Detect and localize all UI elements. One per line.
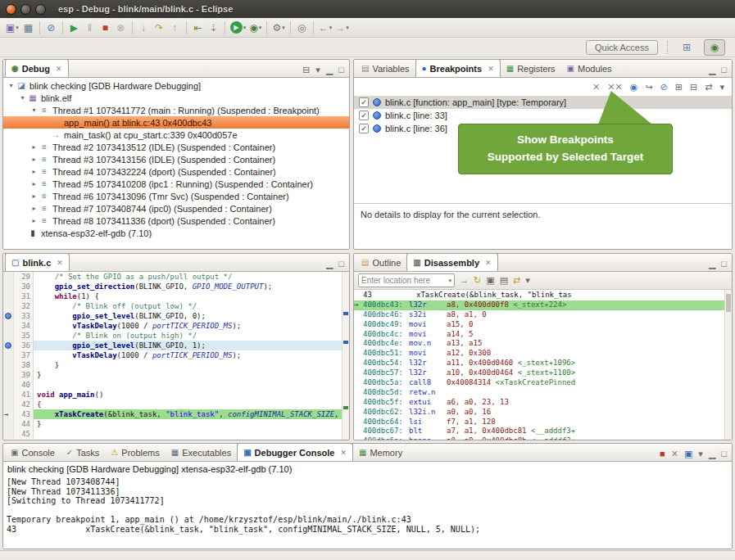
- line-number[interactable]: 31: [14, 291, 34, 301]
- forward-dropdown[interactable]: →▾: [333, 20, 351, 36]
- close-tab-icon[interactable]: ✕: [57, 259, 63, 267]
- editor-marker-gutter[interactable]: [3, 360, 14, 370]
- minimize-icon[interactable]: ▁: [709, 65, 715, 75]
- collapsed-arrow-icon[interactable]: ▸: [29, 156, 39, 163]
- disassembly-instruction[interactable]: 400dbc51:movia12, 0x300: [354, 349, 724, 359]
- maximize-icon[interactable]: □: [338, 65, 344, 75]
- step-into-button[interactable]: ↓: [136, 20, 152, 36]
- code-text[interactable]: [34, 380, 342, 390]
- tab-console[interactable]: ▣Console: [5, 444, 61, 461]
- scrollbar-thumb[interactable]: [726, 294, 731, 312]
- quick-access-button[interactable]: Quick Access: [586, 40, 658, 55]
- tab-modules[interactable]: ▣Modules: [561, 60, 618, 77]
- breakpoint-item[interactable]: ✓blink.c [function: app_main] [type: Tem…: [354, 96, 732, 109]
- console-output[interactable]: blink checking [GDB Hardware Debugging] …: [3, 462, 732, 549]
- collapse-all-icon[interactable]: ⊟: [690, 83, 697, 92]
- goto-pc-icon[interactable]: →: [460, 276, 469, 285]
- editor-marker-gutter[interactable]: [3, 390, 14, 400]
- collapsed-arrow-icon[interactable]: ▸: [29, 168, 39, 175]
- tab-disassembly[interactable]: ▥Disassembly✕: [406, 253, 497, 271]
- disassembly-instruction[interactable]: 400dbc4e:mov.na13, a15: [354, 339, 724, 349]
- drop-to-frame-button[interactable]: ⇤: [190, 20, 206, 36]
- line-number[interactable]: 33: [14, 311, 34, 321]
- goto-file-for-breakpoint-icon[interactable]: ↪: [645, 83, 652, 92]
- editor-marker-gutter[interactable]: [3, 380, 14, 390]
- disassembly-instruction[interactable]: 400dbc64:lsif7, a1, 128: [354, 418, 724, 427]
- disassembly-instruction[interactable]: 400dbc54:l32ra11, 0x400d0460 <_stext+109…: [354, 359, 724, 368]
- disassembly-instruction[interactable]: 400dbc5a:call80x40084314 <xTaskCreatePin…: [354, 378, 724, 388]
- disconnect-button[interactable]: ⊗: [113, 20, 129, 36]
- display-selected-console-icon[interactable]: ▣: [684, 449, 692, 458]
- refresh-icon[interactable]: ↻: [474, 276, 481, 285]
- overview-ruler[interactable]: [342, 272, 349, 440]
- editor-marker-gutter[interactable]: [3, 419, 14, 429]
- editor-marker-gutter[interactable]: →: [3, 409, 14, 419]
- editor-marker-gutter[interactable]: [3, 350, 14, 360]
- print-icon[interactable]: ▤: [500, 276, 508, 285]
- code-text[interactable]: while(1) {: [34, 291, 342, 301]
- instruction-stepping-button[interactable]: ⇣: [206, 20, 221, 36]
- disassembly-listing[interactable]: 43 xTaskCreate(&blink_task, "blink_tas→4…: [354, 290, 724, 440]
- editor-marker-gutter[interactable]: [3, 272, 14, 282]
- code-text[interactable]: }: [34, 419, 342, 429]
- minimize-icon[interactable]: ▁: [709, 449, 715, 458]
- tab-debug[interactable]: ◉Debug✕: [5, 59, 69, 77]
- minimize-icon[interactable]: ▁: [326, 260, 333, 269]
- code-text[interactable]: }: [34, 360, 342, 370]
- open-perspective-icon[interactable]: ⊞: [676, 39, 697, 56]
- tab-problems[interactable]: ⚠Problems: [105, 444, 165, 461]
- open-console-dropdown[interactable]: ▾: [698, 449, 703, 458]
- external-tools-dropdown[interactable]: ⚙▾: [270, 20, 286, 36]
- code-text[interactable]: /* Set the GPIO as a push/pull output */: [34, 272, 342, 282]
- line-number[interactable]: 32: [14, 301, 34, 311]
- disassembly-instruction[interactable]: 400dbc46:s32ia8, a1, 0: [354, 310, 724, 320]
- line-number[interactable]: 38: [14, 360, 34, 370]
- disassembly-instruction[interactable]: 400dbc49:movia15, 0: [354, 320, 724, 330]
- disassembly-instruction[interactable]: 400dbc4c:movia14, 5: [354, 330, 724, 340]
- tab-registers[interactable]: ▦Registers: [501, 60, 561, 77]
- code-text[interactable]: vTaskDelay(1000 / portTICK_PERIOD_MS);: [34, 350, 342, 360]
- collapsed-arrow-icon[interactable]: ▸: [29, 217, 39, 224]
- location-combo-arrow-icon[interactable]: ▾: [448, 278, 451, 284]
- line-number[interactable]: 43: [14, 409, 34, 419]
- tab-memory[interactable]: ▦Memory: [353, 444, 408, 461]
- window-close-button[interactable]: [6, 4, 16, 15]
- tab-blink-c[interactable]: ▢blink.c✕: [5, 253, 70, 271]
- code-editor[interactable]: 29 /* Set the GPIO as a push/pull output…: [3, 272, 342, 440]
- line-number[interactable]: 40: [14, 380, 34, 390]
- disassembly-instruction[interactable]: 400dbc67:blta7, a1, 0x400dbc81 <__adddf3…: [354, 427, 724, 436]
- line-number[interactable]: 37: [14, 350, 34, 360]
- thread-item[interactable]: ▸≡Thread #7 1073408744 (ipc0) (Suspended…: [3, 202, 349, 215]
- remove-breakpoint-icon[interactable]: ✕: [592, 83, 600, 92]
- tab-debugger-console[interactable]: ▣Debugger Console✕: [237, 443, 353, 461]
- annotation-breakpoint-36[interactable]: [343, 341, 348, 344]
- disassembly-instruction[interactable]: 400dbc57:l32ra10, 0x400d0464 <_stext+110…: [354, 368, 724, 378]
- code-text[interactable]: gpio_set_level(BLINK_GPIO, 0);: [34, 311, 342, 321]
- back-dropdown[interactable]: ←▾: [317, 20, 334, 36]
- thread-item[interactable]: ▸≡Thread #5 1073410208 (ipc1 : Running) …: [3, 178, 349, 190]
- terminate-button[interactable]: ■: [98, 20, 113, 36]
- code-text[interactable]: xTaskCreate(&blink_task, "blink_task", c…: [34, 409, 342, 419]
- line-number[interactable]: 35: [14, 331, 34, 341]
- breakpoint-item[interactable]: ✓blink.c [line: 33]: [354, 109, 732, 122]
- terminate-icon[interactable]: ■: [660, 449, 665, 458]
- disassembly-scrollbar[interactable]: [724, 290, 732, 440]
- copy-icon[interactable]: ▣: [486, 276, 494, 285]
- editor-marker-gutter[interactable]: [3, 301, 14, 311]
- line-number[interactable]: 36: [14, 341, 34, 350]
- collapsed-arrow-icon[interactable]: ▸: [29, 192, 39, 200]
- tab-executables[interactable]: ▦Executables: [166, 444, 237, 461]
- code-text[interactable]: }: [34, 370, 342, 380]
- remove-launch-icon[interactable]: ✕: [671, 449, 678, 458]
- close-tab-icon[interactable]: ✕: [488, 65, 494, 73]
- resume-button[interactable]: ▶: [66, 20, 82, 36]
- link-with-debug-view-icon[interactable]: ⇄: [705, 83, 712, 92]
- thread-item[interactable]: ▸≡Thread #4 1073432224 (dport) (Suspende…: [3, 165, 349, 178]
- editor-marker-gutter[interactable]: [3, 370, 14, 380]
- run-dropdown[interactable]: ▶▾: [229, 20, 248, 36]
- collapsed-arrow-icon[interactable]: ▸: [29, 180, 39, 187]
- code-text[interactable]: void app_main(): [34, 390, 342, 400]
- code-text[interactable]: /* Blink on (output high) */: [34, 331, 342, 341]
- suspend-button[interactable]: ‖: [82, 20, 98, 36]
- view-menu-icon[interactable]: ▾: [315, 65, 320, 75]
